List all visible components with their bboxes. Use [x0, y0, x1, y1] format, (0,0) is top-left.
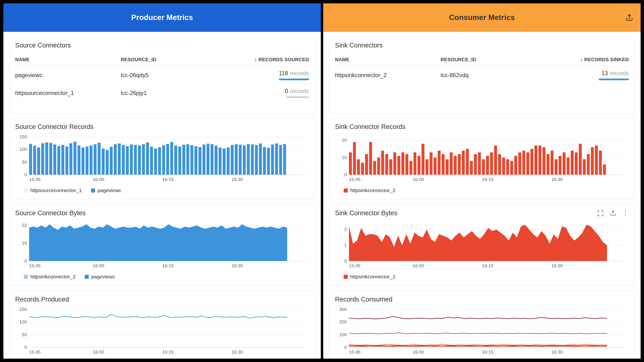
- source-connector-records-chart[interactable]: 05010015015:4516:0016:1516:30: [15, 134, 309, 184]
- chart-legend: httpsinkconnector_2: [335, 273, 629, 281]
- sink-connectors-title: Sink Connectors: [335, 42, 629, 49]
- chart-legend: httpsourceconnector_1pageviewc: [15, 186, 309, 195]
- table-row[interactable]: httpsourceconnector_1 lcc-26pjy1 0record…: [15, 84, 309, 102]
- svg-text:16:30: 16:30: [232, 177, 243, 182]
- chart-title: Sink Connector Bytes: [335, 210, 398, 217]
- legend-item[interactable]: httpsinkconnector_2: [24, 274, 76, 280]
- sink-connector-records-chart[interactable]: 0102015:4516:0016:1516:30: [335, 134, 629, 184]
- chart-title: Records Consumed: [335, 296, 629, 303]
- sink-connector-bytes-chart[interactable]: 01215:4516:0016:1516:30: [335, 220, 629, 270]
- legend-item[interactable]: httpsinkconnector_2: [344, 274, 396, 280]
- chart-title: Source Connector Records: [15, 123, 309, 131]
- svg-text:16:30: 16:30: [232, 263, 243, 268]
- svg-text:16:00: 16:00: [93, 349, 104, 354]
- kebab-menu-button[interactable]: ⋮: [622, 210, 629, 217]
- legend-item[interactable]: pageviewc: [91, 188, 121, 193]
- records-cell: 118records: [226, 70, 309, 80]
- svg-text:0: 0: [24, 258, 27, 263]
- svg-text:300: 300: [339, 307, 347, 312]
- chart-title: Sink Connector Records: [335, 123, 629, 131]
- fullscreen-icon: [597, 210, 604, 217]
- legend-swatch: [91, 189, 95, 193]
- sort-desc-icon[interactable]: ↓: [254, 56, 257, 63]
- col-records-sourced[interactable]: ↓ RECORDS SOURCED: [226, 56, 309, 63]
- sink-connector-records-section: Sink Connector Records 0102015:4516:0016…: [329, 118, 635, 200]
- col-name[interactable]: NAME: [335, 57, 441, 62]
- svg-text:0: 0: [344, 172, 347, 177]
- svg-text:0: 0: [344, 345, 347, 350]
- records-bar: [286, 96, 309, 98]
- svg-text:16:00: 16:00: [412, 349, 424, 354]
- table-header: NAME RESOURCE_ID ↓ RECORDS SOURCED: [15, 53, 309, 66]
- svg-text:16:00: 16:00: [412, 177, 424, 182]
- svg-text:100: 100: [19, 319, 27, 324]
- svg-text:10: 10: [342, 155, 347, 160]
- records-bar: [599, 79, 629, 80]
- connector-name: httpsinkconnector_2: [335, 72, 441, 79]
- consumer-panel: Consumer Metrics Sink Connectors NAME RE…: [323, 3, 641, 359]
- table-row[interactable]: pageviewc lcc-06qdy5 118records: [15, 66, 309, 84]
- legend-label: httpsinkconnector_2: [350, 188, 396, 193]
- export-button[interactable]: [625, 14, 634, 22]
- legend-label: httpsinkconnector_2: [30, 274, 76, 280]
- chart-actions: ⋮: [597, 210, 629, 217]
- source-connectors-title: Source Connectors: [15, 42, 309, 49]
- chart-title: Records Produced: [15, 296, 309, 303]
- legend-swatch: [24, 189, 28, 193]
- source-connector-bytes-section: Source Connector Bytes 0163215:4516:0016…: [9, 204, 315, 286]
- consumer-title: Consumer Metrics: [449, 13, 515, 22]
- svg-text:32: 32: [22, 223, 27, 228]
- records-produced-chart[interactable]: 05010015015:4516:0016:1516:30: [15, 307, 309, 356]
- resource-id: lcc-06qdy5: [121, 72, 226, 79]
- svg-text:15:45: 15:45: [349, 177, 360, 182]
- legend-item[interactable]: pageviewc: [85, 274, 115, 280]
- consumer-header: Consumer Metrics: [323, 3, 641, 32]
- connector-name: pageviewc: [15, 72, 121, 79]
- svg-text:16:15: 16:15: [162, 349, 174, 354]
- svg-text:16:00: 16:00: [412, 263, 424, 268]
- svg-text:50: 50: [22, 159, 27, 165]
- fullscreen-button[interactable]: [597, 210, 604, 217]
- records-consumed-chart[interactable]: 010020030015:4516:0016:1516:30: [335, 307, 629, 356]
- col-resource-id[interactable]: RESOURCE_ID: [121, 57, 226, 62]
- chart-legend: httpsinkconnector_2: [335, 186, 629, 195]
- source-connector-records-section: Source Connector Records 05010015015:451…: [9, 118, 315, 200]
- col-records-sinked[interactable]: ↓ RECORDS SINKED: [546, 56, 629, 63]
- svg-text:16:15: 16:15: [162, 177, 174, 182]
- records-bar: [279, 79, 309, 80]
- records-cell: 0records: [226, 88, 309, 98]
- svg-text:15:45: 15:45: [29, 263, 41, 268]
- svg-text:16:15: 16:15: [482, 263, 494, 268]
- sort-desc-icon[interactable]: ↓: [580, 56, 583, 63]
- svg-text:16:00: 16:00: [93, 263, 104, 268]
- svg-text:16:30: 16:30: [551, 263, 563, 268]
- col-resource-id[interactable]: RESOURCE_ID: [441, 57, 546, 62]
- producer-header: Producer Metrics: [3, 3, 321, 32]
- chart-title: Source Connector Bytes: [15, 210, 309, 217]
- sink-connectors-table: NAME RESOURCE_ID ↓ RECORDS SINKED httpsi…: [335, 53, 629, 84]
- svg-text:200: 200: [339, 319, 347, 324]
- legend-item[interactable]: httpsinkconnector_2: [344, 188, 396, 193]
- svg-text:1: 1: [344, 243, 347, 248]
- legend-label: pageviewc: [91, 274, 115, 280]
- svg-text:16:30: 16:30: [551, 177, 563, 182]
- producer-title: Producer Metrics: [131, 13, 193, 22]
- legend-label: httpsourceconnector_1: [30, 188, 82, 193]
- col-name[interactable]: NAME: [15, 57, 121, 62]
- svg-text:16:15: 16:15: [482, 177, 494, 182]
- resource-id: lcc-862vdq: [441, 72, 546, 79]
- export-icon: [625, 14, 634, 22]
- svg-text:16:15: 16:15: [482, 349, 494, 354]
- table-row[interactable]: httpsinkconnector_2 lcc-862vdq 13records: [335, 66, 629, 84]
- table-header: NAME RESOURCE_ID ↓ RECORDS SINKED: [335, 53, 629, 66]
- legend-label: httpsinkconnector_2: [350, 274, 396, 280]
- records-cell: 13records: [546, 70, 629, 80]
- source-connector-bytes-chart[interactable]: 0163215:4516:0016:1516:30: [15, 220, 309, 270]
- export-icon: [610, 210, 616, 217]
- legend-swatch: [344, 275, 348, 279]
- svg-text:0: 0: [344, 258, 347, 263]
- legend-item[interactable]: httpsourceconnector_1: [24, 188, 82, 193]
- export-chart-button[interactable]: [610, 210, 616, 217]
- dashboard: Producer Metrics Source Connectors NAME …: [0, 0, 644, 359]
- svg-text:16:15: 16:15: [162, 263, 174, 268]
